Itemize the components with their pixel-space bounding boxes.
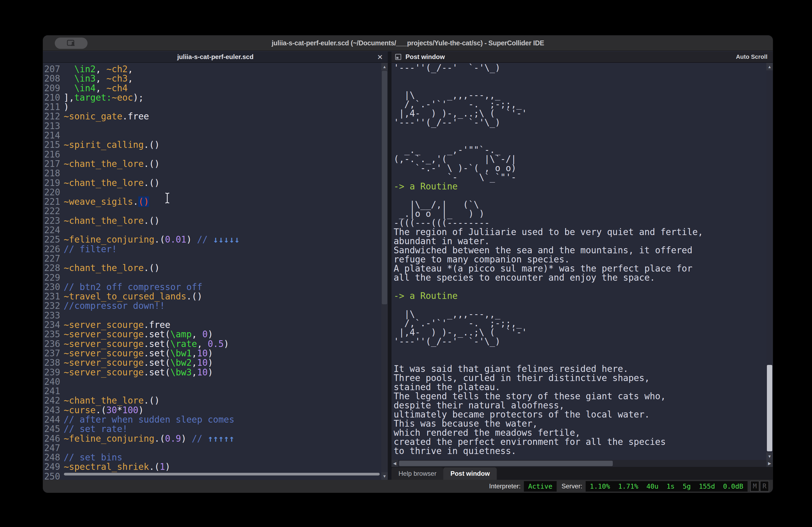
code-text: // after when sudden sleep comes: [60, 415, 234, 424]
interpreter-label: Interpreter:: [489, 482, 521, 490]
code-text: [60, 254, 69, 263]
docklet-tab-post-window[interactable]: Post window: [443, 467, 497, 480]
line-number: 227: [43, 254, 60, 263]
code-line: 246~feline_conjuring.(0.9) // ↑↑↑↑↑: [43, 434, 240, 443]
line-number: 211: [43, 102, 60, 111]
line-number: 244: [43, 415, 60, 424]
line-number: 219: [43, 178, 60, 187]
code-text: ~weave_sigils.(): [60, 197, 149, 206]
code-text: // filter!: [60, 244, 117, 254]
editor-tab[interactable]: juliia-s-cat-perf-euler.scd: [177, 53, 253, 61]
post-line: [394, 81, 703, 91]
docklet-tab-help-browser[interactable]: Help browser: [392, 467, 443, 480]
code-text: ~server_scourge.free: [60, 320, 170, 330]
line-number: 216: [43, 150, 60, 159]
post-line: /,`.-'`' -. ;-;;,_: [394, 319, 703, 328]
interpreter-status-badge[interactable]: Active: [524, 481, 557, 492]
code-line: 235~server_scourge.set(\amp, 0): [43, 330, 240, 339]
editor-vertical-scrollbar[interactable]: ▲ ▼: [381, 63, 388, 480]
post-line: [394, 346, 703, 355]
post-hscroll-thumb[interactable]: [399, 461, 613, 466]
indicator-m[interactable]: M: [750, 481, 759, 492]
line-number: 248: [43, 453, 60, 462]
line-number: 223: [43, 216, 60, 225]
code-line: 233: [43, 311, 240, 320]
line-number: 222: [43, 206, 60, 216]
post-line: '---''(_/--' `-'\_): [394, 63, 703, 73]
post-vscroll-thumb[interactable]: [767, 365, 772, 451]
line-number: 218: [43, 168, 60, 178]
post-line: refuge to many companion species.: [394, 255, 703, 264]
code-line: 226// filter!: [43, 244, 240, 254]
code-text: [60, 377, 69, 387]
scroll-left-icon[interactable]: ◀: [392, 460, 398, 467]
post-line: Sandwiched between the sea and the mount…: [394, 246, 703, 255]
line-number: 249: [43, 462, 60, 471]
code-text: ~curse.(30*100): [60, 405, 144, 415]
line-number: 232: [43, 301, 60, 311]
post-line: It was said that giant felines resided h…: [394, 364, 703, 374]
line-number: 235: [43, 330, 60, 339]
scroll-down-icon[interactable]: ▼: [766, 452, 773, 460]
code-text: // set bins: [60, 453, 122, 462]
editor-body[interactable]: 207 \in2, ~ch2,208 \in3, ~ch3,209 \in4, …: [43, 63, 388, 480]
line-number: 214: [43, 131, 60, 140]
post-line: |\ _,,,---,,_: [394, 310, 703, 319]
post-horizontal-scrollbar[interactable]: ◀ ▶: [392, 460, 773, 467]
post-vertical-scrollbar[interactable]: ▲ ▼: [766, 63, 773, 460]
scroll-down-icon[interactable]: ▼: [381, 472, 388, 480]
code-text: [60, 150, 69, 159]
code-text: [60, 206, 69, 216]
editor-hscroll-thumb[interactable]: [64, 473, 380, 476]
line-number: 207: [43, 64, 60, 74]
code-text: [60, 225, 69, 235]
line-number: 231: [43, 292, 60, 301]
content-row: juliia-s-cat-perf-euler.scd ✕ 207 \in2, …: [43, 51, 773, 480]
code-line: 208 \in3, ~ch3,: [43, 74, 240, 83]
pane-splitter[interactable]: [388, 51, 392, 480]
post-window-pane: Post window Auto Scroll '---''(_/--' `-'…: [392, 51, 773, 480]
code-line: 247: [43, 443, 240, 453]
line-number: 215: [43, 140, 60, 149]
post-line: [394, 355, 703, 364]
scroll-up-icon[interactable]: ▲: [766, 63, 773, 70]
code-line: 225~feline_conjuring.(0.01) // ↓↓↓↓↓: [43, 235, 240, 244]
editor-vscroll-thumb[interactable]: [382, 71, 387, 304]
line-number: 226: [43, 244, 60, 254]
code-text: [60, 168, 69, 178]
post-line: (,-.`._,'( |\`-/|: [394, 154, 703, 164]
code-text: ~chant_the_lore.(): [60, 263, 160, 273]
line-number: 238: [43, 358, 60, 367]
scroll-right-icon[interactable]: ▶: [766, 460, 773, 467]
server-label: Server:: [562, 482, 582, 490]
line-number: 247: [43, 443, 60, 453]
scroll-up-icon[interactable]: ▲: [381, 63, 388, 70]
code-line: 212~sonic_gate.free: [43, 111, 240, 121]
line-number: 240: [43, 377, 60, 387]
line-number: 233: [43, 311, 60, 320]
code-line: 220: [43, 187, 240, 197]
code-line: 211): [43, 102, 240, 111]
code-line: 228~chant_the_lore.(): [43, 263, 240, 273]
server-stat: 1s: [666, 482, 675, 490]
server-status-values[interactable]: 1.10%1.71%40u1s5g155d0.0dB: [586, 481, 748, 492]
post-line: This was because the water,: [394, 419, 703, 428]
code-line: 248// set bins: [43, 453, 240, 462]
line-number: 243: [43, 405, 60, 415]
code-line: 215~spirit_calling.(): [43, 140, 240, 149]
auto-scroll-toggle[interactable]: Auto Scroll: [736, 54, 767, 60]
docklet-tab-bar: Help browserPost window: [392, 467, 773, 480]
code-text: ~spirit_calling.(): [60, 140, 160, 149]
indicator-r[interactable]: R: [760, 481, 769, 492]
detach-panel-icon[interactable]: [394, 53, 402, 61]
post-result-line: -> a Routine: [394, 182, 703, 191]
tab-close-icon[interactable]: ✕: [377, 51, 383, 63]
code-text: ): [60, 102, 69, 111]
code-text: [60, 187, 69, 197]
code-line: 245// set rate!: [43, 424, 240, 434]
post-line: which rendered the meadows fertile,: [394, 428, 703, 437]
post-body[interactable]: '---''(_/--' `-'\_) |\ _,,,---,,_ /,`.-'…: [392, 63, 773, 460]
post-line: Three pools, curled in their distinctive…: [394, 374, 703, 383]
post-line: [394, 282, 703, 291]
code-line: 223~chant_the_lore.(): [43, 216, 240, 225]
